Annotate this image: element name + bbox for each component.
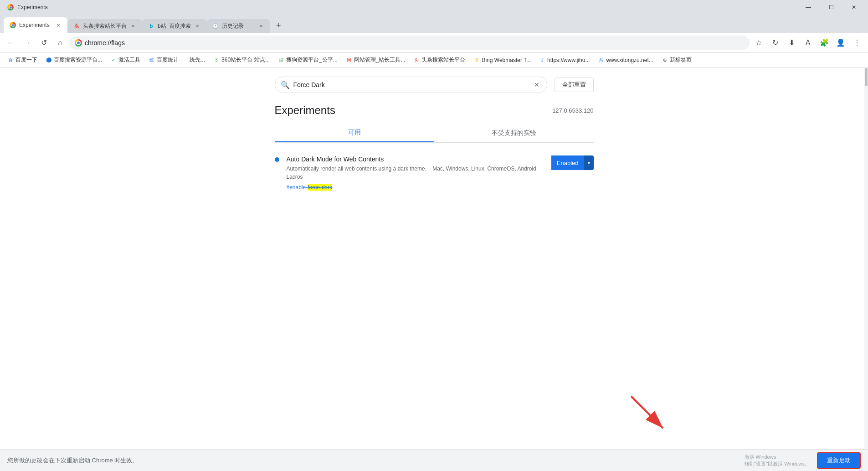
search-icon: 🔍 bbox=[281, 81, 290, 89]
bookmark-jihu[interactable]: J https://www.jihu... bbox=[535, 55, 593, 66]
bookmark-toutiao[interactable]: 头 头条搜索站长平台 bbox=[410, 55, 469, 66]
bookmark-label-baidu: 百度一下 bbox=[15, 56, 37, 64]
titlebar-title: Experiments bbox=[17, 4, 48, 10]
search-clear-button[interactable]: ✕ bbox=[532, 80, 541, 89]
flags-search-area: 🔍 ✕ 全部重置 bbox=[275, 77, 594, 93]
bookmark-favicon-xitongzu: 系 bbox=[598, 57, 604, 63]
flag-link-highlighted: force-dark bbox=[308, 184, 332, 191]
bookmark-label-xitongzu: www.xitongzu.net... bbox=[606, 57, 653, 63]
bookmark-xitongzu[interactable]: 系 www.xitongzu.net... bbox=[594, 55, 657, 66]
bookmark-favicon-sougou: 搜 bbox=[278, 57, 284, 63]
tab-history[interactable]: 🕐 历史记录 ✕ bbox=[206, 19, 270, 33]
tab-title-bilibili: b站_百度搜索 bbox=[158, 22, 191, 30]
titlebar: Experiments — ☐ ✕ bbox=[0, 0, 868, 15]
tab-experiments[interactable]: Experiments ✕ bbox=[4, 17, 67, 33]
bookmark-label-jihu: https://www.jihu... bbox=[547, 57, 590, 63]
tab-close-bilibili[interactable]: ✕ bbox=[194, 22, 201, 30]
tab-close-toutiao[interactable]: ✕ bbox=[129, 22, 137, 30]
home-button[interactable]: ⌂ bbox=[53, 36, 67, 50]
bookmark-favicon-webmaster: 网 bbox=[346, 57, 352, 63]
profile-button[interactable]: 👤 bbox=[833, 36, 848, 50]
bookmark-bing[interactable]: B Bing Webmaster T... bbox=[470, 55, 534, 66]
tab-favicon-bilibili: b bbox=[148, 22, 155, 30]
close-button[interactable]: ✕ bbox=[843, 0, 864, 15]
flags-list: Auto Dark Mode for Web Contents Automati… bbox=[275, 150, 594, 197]
bookmark-360[interactable]: 3 360站长平台-站点... bbox=[210, 55, 273, 66]
extensions-button[interactable]: 🧩 bbox=[817, 36, 832, 50]
tab-available[interactable]: 可用 bbox=[275, 124, 434, 142]
minimize-button[interactable]: — bbox=[798, 0, 819, 15]
tabbar: Experiments ✕ 头 头条搜索站长平台 ✕ b b站_百度搜索 ✕ 🕐… bbox=[0, 15, 868, 33]
maximize-button[interactable]: ☐ bbox=[821, 0, 842, 15]
bookmark-label-360: 360站长平台-站点... bbox=[221, 56, 270, 64]
tab-close-history[interactable]: ✕ bbox=[257, 22, 265, 30]
tab-title-experiments: Experiments bbox=[19, 22, 52, 28]
bookmark-favicon-baidu: 百 bbox=[7, 57, 14, 63]
titlebar-controls: — ☐ ✕ bbox=[798, 0, 864, 15]
flag-dropdown-arrow-button[interactable]: ▾ bbox=[584, 155, 594, 170]
flag-link-prefix: #enable- bbox=[287, 184, 308, 191]
bookmark-favicon-bing: B bbox=[473, 57, 480, 63]
tab-favicon-toutiao: 头 bbox=[73, 22, 80, 30]
flag-link-container: #enable-force-dark bbox=[287, 183, 544, 191]
new-tab-button[interactable]: + bbox=[272, 19, 285, 32]
bookmark-button[interactable]: ☆ bbox=[751, 36, 766, 50]
tab-favicon-history: 🕐 bbox=[212, 22, 219, 30]
bookmark-favicon-jihu: J bbox=[539, 57, 545, 63]
search-input[interactable] bbox=[293, 81, 529, 88]
bookmark-label-sougou: 搜狗资源平台_公平... bbox=[286, 56, 338, 64]
bookmark-activate[interactable]: ✓ 激活工具 bbox=[107, 55, 144, 66]
bookmark-label-baidu-resource: 百度搜索资源平台... bbox=[54, 56, 102, 64]
scrollbar-thumb[interactable] bbox=[865, 68, 868, 86]
bookmark-favicon-activate: ✓ bbox=[110, 57, 117, 63]
flags-search-box[interactable]: 🔍 ✕ bbox=[275, 77, 547, 93]
flag-enabled-button[interactable]: Enabled bbox=[551, 155, 584, 170]
tab-close-experiments[interactable]: ✕ bbox=[55, 21, 62, 29]
experiments-header: Experiments 127.0.6533.120 bbox=[275, 104, 594, 117]
bookmarks-bar: 百 百度一下 🔵 百度搜索资源平台... ✓ 激活工具 统 百度统计——统先..… bbox=[0, 53, 868, 67]
bookmark-label-toutiao: 头条搜索站长平台 bbox=[421, 56, 465, 64]
address-url: chrome://flags bbox=[85, 39, 744, 47]
address-bar[interactable]: chrome://flags bbox=[69, 36, 750, 50]
download-button[interactable]: ⬇ bbox=[784, 36, 799, 50]
tab-bilibili[interactable]: b b站_百度搜索 ✕ bbox=[142, 19, 206, 33]
scrollbar[interactable] bbox=[864, 67, 868, 449]
tab-toutiao[interactable]: 头 头条搜索站长平台 ✕ bbox=[67, 19, 142, 33]
titlebar-favicon bbox=[7, 4, 14, 10]
flag-description: Automatically render all web contents us… bbox=[287, 165, 544, 181]
back-button[interactable]: ← bbox=[4, 36, 18, 50]
flags-tabs: 可用 不受支持的实验 bbox=[275, 124, 594, 143]
bookmark-sougou[interactable]: 搜 搜狗资源平台_公平... bbox=[274, 55, 341, 66]
translate-button[interactable]: A bbox=[801, 36, 815, 50]
reload-button[interactable]: ↺ bbox=[36, 36, 51, 50]
bookmark-favicon-toutiao: 头 bbox=[413, 57, 420, 63]
activate-windows-text: 激活 Windows转到"设置"以激活 Windows。 bbox=[745, 454, 810, 467]
bookmark-favicon-baidu-resource: 🔵 bbox=[46, 57, 52, 63]
bottom-bar: 您所做的更改会在下次重新启动 Chrome 时生效。 激活 Windows转到"… bbox=[0, 449, 868, 471]
bookmark-label-activate: 激活工具 bbox=[118, 56, 140, 64]
bookmark-webmaster[interactable]: 网 网站管理_站长工具... bbox=[342, 55, 409, 66]
bottom-notice: 您所做的更改会在下次重新启动 Chrome 时生效。 bbox=[7, 456, 138, 465]
flag-dropdown[interactable]: Enabled ▾ bbox=[551, 155, 594, 170]
bookmark-newtab[interactable]: ⊕ 新标签页 bbox=[658, 55, 695, 66]
flag-content: Auto Dark Mode for Web Contents Automati… bbox=[287, 155, 544, 191]
bookmark-baidu[interactable]: 百 百度一下 bbox=[4, 55, 41, 66]
refresh-button[interactable]: ↻ bbox=[768, 36, 782, 50]
bookmark-favicon-tongji: 统 bbox=[149, 57, 155, 63]
version-label: 127.0.6533.120 bbox=[552, 107, 593, 114]
reset-all-button[interactable]: 全部重置 bbox=[555, 78, 594, 92]
forward-button[interactable]: → bbox=[20, 36, 35, 50]
menu-button[interactable]: ⋮ bbox=[850, 36, 864, 50]
tab-title-history: 历史记录 bbox=[222, 22, 255, 30]
tab-unsupported[interactable]: 不受支持的实验 bbox=[434, 124, 594, 142]
bookmark-label-newtab: 新标签页 bbox=[670, 56, 692, 64]
flag-item-auto-dark: Auto Dark Mode for Web Contents Automati… bbox=[275, 150, 594, 197]
bookmark-label-tongji: 百度统计——统先... bbox=[157, 56, 205, 64]
bookmark-favicon-360: 3 bbox=[213, 57, 220, 63]
page-title: Experiments bbox=[275, 104, 335, 117]
flag-dot bbox=[275, 157, 279, 162]
bookmark-baidu-resource[interactable]: 🔵 百度搜索资源平台... bbox=[42, 55, 106, 66]
tab-title-toutiao: 头条搜索站长平台 bbox=[83, 22, 127, 30]
relaunch-button[interactable]: 重新启动 bbox=[817, 452, 861, 469]
bookmark-tongji[interactable]: 统 百度统计——统先... bbox=[145, 55, 209, 66]
